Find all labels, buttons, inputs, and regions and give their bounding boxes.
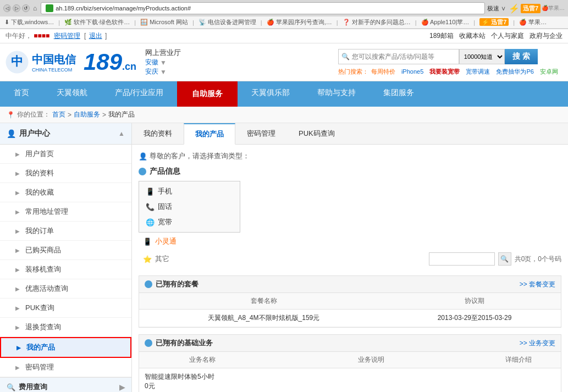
breadcrumb-self-service[interactable]: 自助服务 [74,110,100,119]
sidebar-user-center-header[interactable]: 👤 用户中心 ▲ [0,123,131,145]
region1-text: 安徽 [145,58,158,67]
tab-puk-query[interactable]: PUK码查询 [287,123,346,144]
sidebar-item-install-query[interactable]: ▶ 装移机查询 [0,260,131,279]
lightning-widget: ⚡ 迅雷7 🍎苹果… [509,3,565,14]
service-change-button[interactable]: >> 业务变更 [520,339,555,348]
nav-item-help[interactable]: 帮助与支持 [304,81,370,107]
hot-item-weekly[interactable]: 每周特价 [371,68,395,75]
other-query-row: ⭐ 其它 🔍 共0页，0个号码 [139,249,561,269]
sidebar-item-my-orders[interactable]: ▶ 我的订单 [0,222,131,241]
tab-password-mgmt[interactable]: 密码管理 [235,123,287,144]
sidebar-item-purchased[interactable]: ▶ 已购买商品 [0,241,131,260]
search-icon: 🔍 [341,53,350,60]
arrow-icon: ▶ [15,324,20,330]
sidebar-item-my-favorites[interactable]: ▶ 我的收藏 [0,183,131,202]
sidebar-item-address-mgmt[interactable]: ▶ 常用地址管理 [0,202,131,222]
email-link[interactable]: 189邮箱 [429,31,454,41]
bookmark-item[interactable]: ❓ 对新手的N多问题总… [343,18,411,26]
hot-item-speed[interactable]: 宽带调速 [466,68,490,75]
address-bar[interactable]: ah.189.cn/biz/service/manage/myProducts.… [41,2,485,14]
product-item-broadband[interactable]: 🌐 宽带 [141,214,238,230]
sidebar-item-my-info[interactable]: ▶ 我的资料 [0,164,131,183]
tab-my-products[interactable]: 我的产品 [184,123,235,145]
product-item-phs[interactable]: 📱 小灵通 [139,234,240,249]
logo-en: CHINA TELECOM [32,67,76,73]
browser-chrome: ◁ ▷ ↺ ⌂ ah.189.cn/biz/service/manage/myP… [0,0,568,29]
sidebar-item-puk-query[interactable]: ▶ PUK查询 [0,299,131,318]
package-table: 套餐名称 协议期 天翼领航_A8_4M不限时炫机版_159元 2013-03-2… [139,293,561,327]
browser-toolbar: ◁ ▷ ↺ ⌂ ah.189.cn/biz/service/manage/myP… [0,0,568,16]
sidebar-item-password-mgmt[interactable]: ▶ 密码管理 [0,358,131,377]
arrow-icon: ▶ [15,151,20,157]
password-mgmt-link[interactable]: 密码管理 [54,32,80,40]
package-dot-icon [145,280,152,288]
package-change-button[interactable]: >> 套餐变更 [520,280,555,289]
nav-item-products[interactable]: 产品/行业应用 [101,81,177,107]
gov-link[interactable]: 政府与企业 [530,31,563,41]
hot-item-android[interactable]: 安卓网 [540,68,558,75]
hot-item-broadband[interactable]: 我要装宽带 [429,68,460,75]
bookmark-item[interactable]: 🍎 Apple110|苹… [421,18,470,26]
home-icon[interactable]: ⌂ [31,3,38,13]
bookmark-item[interactable]: 📡 电信设备进网管理 [198,18,256,26]
arrow-icon: ▶ [15,190,20,196]
fee-expand-icon[interactable]: ▶ [119,383,125,391]
hot-item-iphone[interactable]: iPhone5 [401,68,423,75]
logo-text: 中国电信 CHINA TELECOM [32,52,76,73]
bookmark-item[interactable]: ⚡ 迅雷7 [479,18,509,26]
sidebar-item-label: 我的资料 [25,168,54,178]
sidebar-item-promo-query[interactable]: ▶ 优惠活动查询 [0,279,131,299]
tab-my-info[interactable]: 我的资料 [132,123,184,144]
back-button[interactable]: ◁ [3,4,11,12]
search-input[interactable] [338,49,459,64]
refresh-button[interactable]: ↺ [22,4,30,12]
bookmark-item[interactable]: ⬇ 下载,windows… [4,18,54,26]
package-title-text: 已翔有的套餐 [156,279,198,289]
landline-icon: 📞 [146,203,155,211]
region1-row: 安徽 ▼ [145,58,181,67]
section-dot-icon [139,168,146,175]
query-search-button[interactable]: 🔍 [498,252,511,266]
sidebar-user-center-section: 👤 用户中心 ▲ ▶ 用户首页 ▶ 我的资料 ▶ 我的收藏 [0,123,131,378]
bookmark-item[interactable]: 🍎 苹果… [519,18,547,26]
query-search-icon: 🔍 [500,255,509,263]
sidebar-fee-header[interactable]: 🔍 费用查询 ▶ [0,378,131,392]
basic-row-1: 智能提速限时体验5小时0元 [139,368,561,393]
query-input[interactable] [429,252,495,266]
forward-button[interactable]: ▷ [13,4,20,12]
product-item-landline[interactable]: 📞 固话 [141,199,238,214]
logout-link[interactable]: 退出 [89,32,102,40]
breadcrumb-home[interactable]: 首页 [52,110,65,119]
search-button[interactable]: 搜 索 [505,49,538,64]
collect-link[interactable]: 收藏本站 [459,31,486,41]
package-title: 已翔有的套餐 [145,279,198,289]
nav-item-group[interactable]: 集团服务 [370,81,428,107]
broadband-icon: 🌐 [146,218,155,227]
region2-text: 安庆 [145,67,158,76]
portal-label: 网上营业厅 [145,48,181,58]
nav-item-self-service[interactable]: 自助服务 [177,81,238,107]
basic-col3-header: 详细介绍 [477,352,561,368]
logo-area: 中 中国电信 CHINA TELECOM 189 .cn 网上营业厅 安徽 ▼ … [5,48,181,76]
personal-link[interactable]: 个人与家庭 [491,31,524,41]
sidebar-collapse-icon[interactable]: ▲ [118,130,125,137]
sidebar-item-label: 装移机查询 [25,264,61,274]
product-item-mobile[interactable]: 📱 手机 [141,184,238,199]
bookmark-item[interactable]: 🌿 软件下载·绿色软件… [64,18,130,26]
sidebar-item-user-home[interactable]: ▶ 用户首页 [0,145,131,164]
nav-item-tianyi[interactable]: 天翼领航 [43,81,101,107]
url-text: ah.189.cn/biz/service/manage/myProducts.… [56,5,480,12]
content-area: 我的资料 我的产品 密码管理 PUK码查询 👤 尊敬的客户，请选择查询类型： 产… [132,123,568,392]
bookmark-item[interactable]: 🪟 Microsoft 网站 [140,18,188,26]
sidebar-item-my-products[interactable]: ▶ 我的产品 [0,337,131,358]
product-item-other[interactable]: ⭐ 其它 [139,251,174,267]
search-category-select[interactable]: 10000知道 [459,49,505,64]
sidebar-item-return-query[interactable]: ▶ 退换货查询 [0,318,131,337]
arrow-icon: ▶ [15,305,20,311]
bookmark-item[interactable]: 🍎 苹果园序列号查询,… [267,18,332,26]
speed-label[interactable]: 极速 ∨ [487,4,506,13]
phs-label: 小灵通 [155,236,177,246]
hot-item-huawei[interactable]: 免费抽华为P6 [496,68,533,75]
nav-item-club[interactable]: 天翼俱乐部 [238,81,304,107]
nav-item-home[interactable]: 首页 [0,81,43,107]
